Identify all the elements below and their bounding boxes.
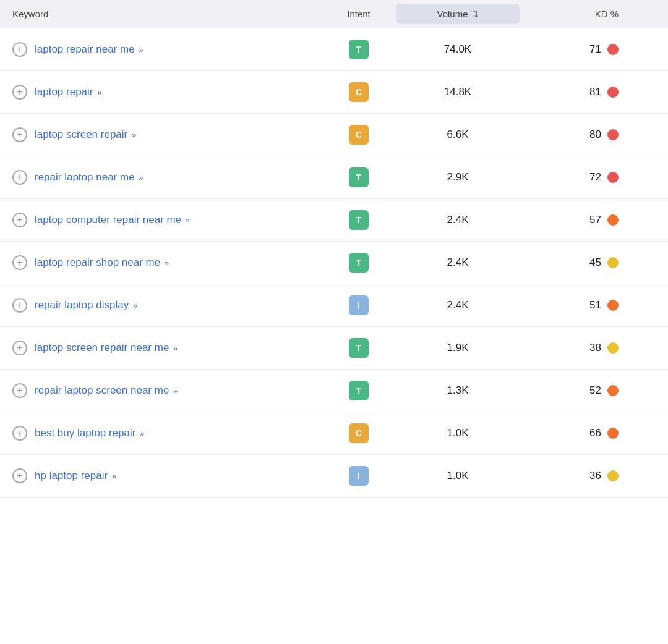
- add-keyword-button[interactable]: +: [12, 127, 27, 142]
- intent-badge: T: [349, 210, 369, 230]
- table-row: + laptop screen repair near me » T 1.9K …: [0, 327, 668, 370]
- keyword-cell: + laptop screen repair »: [12, 127, 322, 142]
- keyword-link[interactable]: laptop repair shop near me »: [35, 256, 169, 269]
- table-row: + laptop screen repair » C 6.6K 80: [0, 114, 668, 156]
- chevron-right-icon: »: [139, 45, 143, 54]
- keyword-cell: + laptop repair shop near me »: [12, 255, 322, 270]
- chevron-right-icon: »: [132, 130, 136, 140]
- intent-badge: T: [349, 253, 369, 273]
- chevron-right-icon: »: [165, 258, 169, 268]
- keyword-link[interactable]: laptop repair »: [35, 86, 101, 98]
- chevron-right-icon: »: [173, 344, 178, 353]
- volume-cell: 2.4K: [396, 256, 520, 269]
- intent-cell: C: [322, 82, 396, 102]
- kd-value: 71: [589, 43, 601, 56]
- intent-cell: T: [322, 381, 396, 400]
- keyword-link[interactable]: repair laptop display »: [35, 299, 137, 311]
- add-keyword-button[interactable]: +: [12, 42, 27, 57]
- keyword-link[interactable]: laptop screen repair »: [35, 129, 136, 141]
- intent-badge: C: [349, 125, 369, 145]
- kd-cell: 66: [520, 427, 619, 439]
- intent-badge: I: [349, 295, 369, 315]
- intent-badge: I: [349, 466, 369, 486]
- kd-value: 57: [589, 214, 601, 226]
- table-row: + laptop repair » C 14.8K 81: [0, 71, 668, 114]
- add-keyword-button[interactable]: +: [12, 85, 27, 100]
- kd-cell: 51: [520, 299, 619, 311]
- header-volume: Volume ⇅: [396, 4, 520, 24]
- keyword-cell: + hp laptop repair »: [12, 468, 322, 483]
- chevron-right-icon: »: [97, 88, 101, 97]
- keyword-link[interactable]: repair laptop screen near me »: [35, 384, 178, 397]
- kd-cell: 36: [520, 470, 619, 482]
- intent-cell: I: [322, 295, 396, 315]
- kd-indicator: [607, 44, 619, 55]
- kd-indicator: [607, 470, 619, 481]
- kd-value: 36: [589, 470, 601, 482]
- add-keyword-button[interactable]: +: [12, 468, 27, 483]
- table-row: + repair laptop near me » T 2.9K 72: [0, 156, 668, 199]
- add-keyword-button[interactable]: +: [12, 426, 27, 441]
- table-row: + laptop computer repair near me » T 2.4…: [0, 199, 668, 242]
- intent-cell: T: [322, 210, 396, 230]
- kd-value: 80: [589, 129, 601, 141]
- table-row: + repair laptop display » I 2.4K 51: [0, 284, 668, 327]
- volume-cell: 2.9K: [396, 171, 520, 184]
- kd-cell: 57: [520, 214, 619, 226]
- add-keyword-button[interactable]: +: [12, 341, 27, 355]
- chevron-right-icon: »: [186, 216, 190, 225]
- kd-indicator: [607, 257, 619, 268]
- keyword-cell: + laptop repair »: [12, 85, 322, 100]
- kd-cell: 52: [520, 384, 619, 397]
- table-header: Keyword Intent Volume ⇅ KD %: [0, 0, 668, 28]
- chevron-right-icon: »: [139, 173, 143, 182]
- table-row: + hp laptop repair » I 1.0K 36: [0, 455, 668, 498]
- kd-cell: 45: [520, 256, 619, 269]
- add-keyword-button[interactable]: +: [12, 213, 27, 227]
- keyword-link[interactable]: best buy laptop repair »: [35, 427, 144, 439]
- chevron-right-icon: »: [133, 301, 137, 310]
- intent-badge: T: [349, 381, 369, 400]
- keyword-link[interactable]: laptop screen repair near me »: [35, 342, 178, 354]
- intent-cell: T: [322, 40, 396, 59]
- chevron-right-icon: »: [140, 429, 144, 438]
- add-keyword-button[interactable]: +: [12, 298, 27, 313]
- kd-value: 72: [589, 171, 601, 184]
- sort-icon[interactable]: ⇅: [472, 9, 479, 19]
- kd-indicator: [607, 428, 619, 439]
- keyword-link[interactable]: repair laptop near me »: [35, 171, 143, 184]
- kd-indicator: [607, 172, 619, 183]
- table-body: + laptop repair near me » T 74.0K 71 + l…: [0, 28, 668, 498]
- kd-indicator: [607, 87, 619, 98]
- kd-value: 45: [589, 256, 601, 269]
- kd-value: 52: [589, 384, 601, 397]
- kd-cell: 38: [520, 342, 619, 354]
- kd-indicator: [607, 342, 619, 354]
- volume-cell: 1.0K: [396, 427, 520, 439]
- table-row: + laptop repair near me » T 74.0K 71: [0, 28, 668, 71]
- volume-cell: 1.9K: [396, 342, 520, 354]
- kd-value: 51: [589, 299, 601, 311]
- kd-cell: 71: [520, 43, 619, 56]
- intent-cell: I: [322, 466, 396, 486]
- intent-badge: T: [349, 338, 369, 358]
- keyword-link[interactable]: hp laptop repair »: [35, 470, 116, 482]
- volume-cell: 1.0K: [396, 470, 520, 482]
- kd-cell: 81: [520, 86, 619, 98]
- volume-cell: 2.4K: [396, 299, 520, 311]
- intent-badge: C: [349, 82, 369, 102]
- add-keyword-button[interactable]: +: [12, 170, 27, 185]
- kd-value: 81: [589, 86, 601, 98]
- volume-cell: 74.0K: [396, 43, 520, 56]
- chevron-right-icon: »: [173, 386, 178, 396]
- chevron-right-icon: »: [112, 472, 116, 481]
- intent-badge: C: [349, 423, 369, 443]
- keyword-link[interactable]: laptop repair near me »: [35, 43, 143, 56]
- add-keyword-button[interactable]: +: [12, 255, 27, 270]
- keyword-cell: + repair laptop screen near me »: [12, 383, 322, 398]
- keyword-link[interactable]: laptop computer repair near me »: [35, 214, 190, 226]
- volume-cell: 2.4K: [396, 214, 520, 226]
- intent-cell: T: [322, 167, 396, 187]
- volume-cell: 1.3K: [396, 384, 520, 397]
- add-keyword-button[interactable]: +: [12, 383, 27, 398]
